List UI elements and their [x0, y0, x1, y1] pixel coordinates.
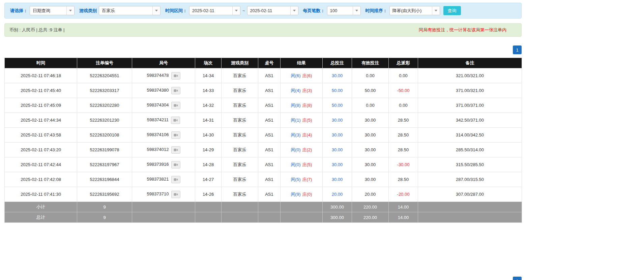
total-bet-link[interactable]: 30.00: [332, 177, 343, 182]
cell-round-no: 598373821: [132, 172, 195, 187]
total-bet-link[interactable]: 20.00: [332, 192, 343, 197]
cell-total-bet: 30.00: [323, 172, 352, 187]
cell-bet-no: 522263200108: [77, 128, 132, 143]
empty-cell: [222, 202, 258, 212]
result-player: 闲(0): [291, 147, 301, 152]
table-row: 2025-02-11 07:42:08522263196844598373821…: [5, 172, 522, 187]
total-bet-link[interactable]: 50.00: [332, 103, 343, 108]
cell-remark: 371.00/371.00: [418, 98, 522, 113]
cell-remark: 285.50/314.00: [418, 143, 522, 157]
cell-valid-bet: 30.00: [352, 157, 389, 172]
per-page-select[interactable]: 100: [327, 6, 361, 15]
video-replay-icon[interactable]: [171, 191, 180, 198]
cell-round-no: 598374304: [132, 98, 195, 113]
chevron-down-icon[interactable]: [432, 6, 440, 15]
page-1-button[interactable]: 1: [513, 277, 522, 280]
empty-cell: [281, 212, 323, 223]
chevron-down-icon[interactable]: [66, 6, 74, 15]
cell-remark: 315.50/285.50: [418, 157, 522, 172]
video-replay-icon[interactable]: [171, 176, 180, 183]
cell-table-no: AS1: [258, 83, 281, 98]
cell-bet-no: 522263201230: [77, 113, 132, 128]
subtotal-label: 小计: [5, 202, 77, 212]
total-label: 总计: [5, 212, 77, 223]
cell-payout: -30.00: [389, 157, 418, 172]
round-no: 598374106: [147, 132, 169, 137]
total-bet-link[interactable]: 50.00: [332, 88, 343, 93]
chevron-down-icon[interactable]: [353, 6, 360, 15]
total-bet-link[interactable]: 30.00: [332, 118, 343, 123]
video-replay-icon[interactable]: [171, 146, 180, 154]
video-replay-icon[interactable]: [171, 102, 180, 109]
total-bet-link[interactable]: 30.00: [332, 162, 343, 167]
chevron-down-icon[interactable]: [152, 6, 160, 15]
cell-result: 闲(5)庄(7): [281, 172, 323, 187]
cell-bet-no: 522263203317: [77, 83, 132, 98]
cell-result: 闲(0)庄(2): [281, 143, 323, 157]
cell-session: 14-28: [195, 157, 222, 172]
sort-select[interactable]: 降幂(由大到小): [389, 6, 440, 15]
cell-total-bet: 50.00: [323, 83, 352, 98]
cell-bet-no: 522263195692: [77, 187, 132, 202]
cell-time: 2025-02-11 07:42:44: [5, 157, 77, 172]
date-to-select[interactable]: 2025-02-11: [247, 6, 298, 15]
cell-time: 2025-02-11 07:45:40: [5, 83, 77, 98]
page-1-button[interactable]: 1: [513, 45, 522, 54]
table-footer: 小计 9 300.00 220.00 14.00 总计 9 3: [5, 202, 522, 223]
cell-round-no: 598374478: [132, 68, 195, 83]
table-row: 2025-02-11 07:44:34522263201230598374211…: [5, 113, 522, 128]
total-bet-link[interactable]: 30.00: [332, 132, 343, 137]
per-page-value: 100: [327, 6, 353, 15]
col-header-table-no: 桌号: [258, 58, 281, 68]
result-player: 闲(4): [291, 88, 301, 93]
cell-game: 百家乐: [222, 68, 258, 83]
cell-payout: 28.50: [389, 113, 418, 128]
payout-value: 0.00: [399, 103, 407, 108]
cell-result: 闲(0)庄(5): [281, 157, 323, 172]
result-banker: 庄(0): [302, 192, 312, 197]
chevron-down-icon[interactable]: [290, 6, 298, 15]
payout-value: 28.50: [398, 132, 409, 137]
table-row: 2025-02-11 07:45:09522263202280598374304…: [5, 98, 522, 113]
cell-result: 闲(3)庄(4): [281, 128, 323, 143]
cell-valid-bet: 50.00: [352, 83, 389, 98]
query-button[interactable]: 查询: [443, 6, 461, 15]
cell-table-no: AS1: [258, 187, 281, 202]
cell-round-no: 598373916: [132, 157, 195, 172]
video-replay-icon[interactable]: [171, 72, 180, 80]
select-label: 请选择：: [10, 8, 28, 14]
cell-remark: 371.00/321.00: [418, 83, 522, 98]
video-replay-icon[interactable]: [171, 161, 180, 168]
payout-value: 28.50: [398, 147, 409, 152]
round-no: 598374380: [147, 88, 169, 93]
date-from-select[interactable]: 2025-02-11: [189, 6, 240, 15]
chevron-down-icon[interactable]: [232, 6, 240, 15]
info-bar: 币别 : 人民币 | 总共 :9 注单 | 同局有效投注，统一计算在该局第一张注…: [4, 23, 522, 37]
date-to-value: 2025-02-11: [247, 6, 290, 15]
cell-remark: 307.00/287.00: [418, 187, 522, 202]
cell-result: 闲(9)庄(0): [281, 187, 323, 202]
cell-round-no: 598373710: [132, 187, 195, 202]
payout-value: -30.00: [397, 162, 410, 167]
table-row: 2025-02-11 07:42:44522263197967598373916…: [5, 157, 522, 172]
cell-game: 百家乐: [222, 128, 258, 143]
cell-result: 闲(6)庄(6): [281, 68, 323, 83]
cell-round-no: 598374380: [132, 83, 195, 98]
video-replay-icon[interactable]: [171, 131, 180, 139]
table-row: 2025-02-11 07:43:20522263199078598374012…: [5, 143, 522, 157]
game-category-select[interactable]: 百家乐: [99, 6, 160, 15]
cell-bet-no: 522263202280: [77, 98, 132, 113]
col-header-valid-bet: 有效投注: [352, 58, 389, 68]
result-banker: 庄(5): [302, 118, 312, 123]
total-payout: 14.00: [389, 212, 418, 223]
cell-table-no: AS1: [258, 172, 281, 187]
total-bet-link[interactable]: 30.00: [332, 147, 343, 152]
cell-valid-bet: 0.00: [352, 98, 389, 113]
total-bet-link[interactable]: 30.00: [332, 73, 343, 78]
video-replay-icon[interactable]: [171, 87, 180, 94]
cell-payout: 28.50: [389, 172, 418, 187]
cell-total-bet: 20.00: [323, 187, 352, 202]
video-replay-icon[interactable]: [171, 117, 180, 124]
query-type-select[interactable]: 日期查询: [30, 6, 75, 15]
cell-result: 闲(1)庄(5): [281, 113, 323, 128]
